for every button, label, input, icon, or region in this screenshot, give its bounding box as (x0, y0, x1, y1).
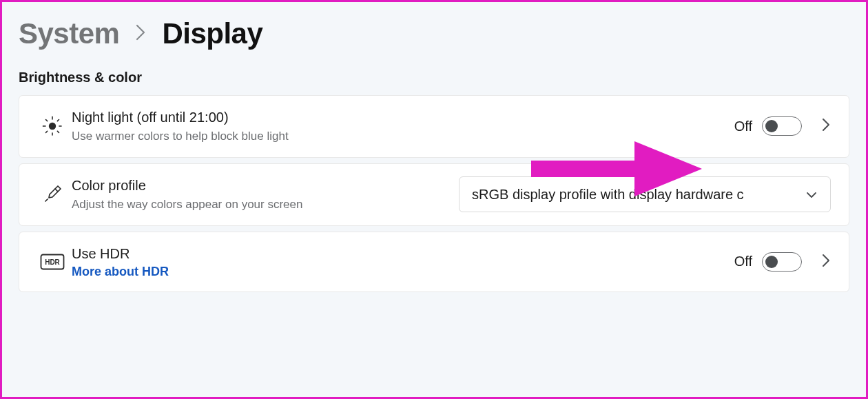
night-light-toggle[interactable] (762, 116, 802, 136)
chevron-down-icon (805, 187, 818, 203)
svg-point-1 (43, 126, 44, 127)
section-heading: Brightness & color (19, 70, 849, 85)
night-light-icon (33, 114, 72, 138)
hdr-toggle[interactable] (762, 252, 802, 272)
color-profile-row[interactable]: Color profile Adjust the way colors appe… (19, 163, 849, 226)
hdr-more-link[interactable]: More about HDR (72, 265, 169, 279)
night-light-expand-icon[interactable] (821, 117, 831, 135)
breadcrumb-current: Display (162, 17, 262, 50)
hdr-expand-icon[interactable] (821, 253, 831, 271)
night-light-row[interactable]: Night light (off until 21:00) Use warmer… (19, 95, 849, 158)
color-profile-desc: Adjust the way colors appear on your scr… (72, 196, 302, 213)
hdr-title: Use HDR (72, 245, 169, 263)
breadcrumb-parent[interactable]: System (19, 17, 119, 50)
color-profile-title: Color profile (72, 176, 302, 195)
breadcrumb: System Display (19, 17, 849, 50)
night-light-desc: Use warmer colors to help block blue lig… (72, 128, 289, 145)
svg-point-2 (52, 116, 53, 118)
hdr-row[interactable]: HDR Use HDR More about HDR Off (19, 232, 849, 292)
eyedropper-icon (33, 183, 72, 205)
hdr-toggle-label: Off (734, 254, 752, 269)
night-light-title: Night light (off until 21:00) (72, 108, 289, 127)
svg-point-0 (49, 123, 56, 130)
color-profile-selected: sRGB display profile with display hardwa… (472, 187, 798, 203)
chevron-right-icon (134, 23, 147, 45)
color-profile-dropdown[interactable]: sRGB display profile with display hardwa… (459, 176, 831, 212)
hdr-icon: HDR (33, 254, 72, 270)
night-light-toggle-label: Off (734, 119, 752, 134)
svg-text:HDR: HDR (45, 258, 60, 266)
